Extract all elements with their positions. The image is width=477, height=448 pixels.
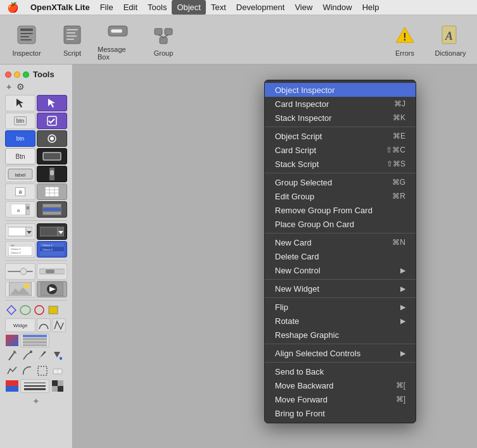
menubar-appname[interactable]: OpenXTalk Lite [25,0,95,15]
tool-widget-label[interactable]: Widge [5,318,35,332]
tool-fill[interactable] [51,349,65,363]
menubar-view[interactable]: View [289,0,317,15]
menu-new-card[interactable]: New Card ⌘N [265,235,416,249]
tools-settings-btn[interactable]: ⚙ [16,82,25,92]
toolbar-group[interactable]: Group [143,18,184,61]
menu-object-script[interactable]: Object Script ⌘E [265,129,416,143]
menu-align-selected[interactable]: Align Selected Controls ▶ [265,346,416,360]
tool-slider-h[interactable] [5,263,35,280]
menu-group-selected[interactable]: Group Selected ⌘G [265,175,416,189]
menu-move-backward[interactable]: Move Backward ⌘[ [265,378,416,392]
menu-reshape-graphic[interactable]: Reshape Graphic [265,328,416,342]
menu-stack-script[interactable]: Stack Script ⇧⌘S [265,157,416,171]
tool-image[interactable] [5,281,35,297]
tool-list[interactable] [37,201,67,218]
tool-checkbox[interactable] [37,113,67,129]
menu-card-inspector[interactable]: Card Inspector ⌘J [265,97,416,111]
tool-player[interactable] [37,281,67,297]
tool-lineweight[interactable] [20,379,49,393]
menu-delete-card[interactable]: Delete Card [265,249,416,263]
menu-bring-to-front[interactable]: Bring to Front [265,406,416,420]
tool-scrollbar-h[interactable] [37,263,67,280]
tool-button2[interactable]: btn [5,130,35,147]
menu-new-widget[interactable]: New Widget ▶ [265,282,416,296]
menu-group-selected-label: Group Selected [275,178,392,187]
tool-button[interactable]: btn [5,113,35,129]
menubar-file[interactable]: File [95,0,118,15]
menu-new-widget-label: New Widget [275,284,400,294]
svg-rect-31 [45,187,59,197]
menu-stack-script-shortcut: ⇧⌘S [386,159,405,168]
menubar-object[interactable]: Object [172,0,206,15]
svg-line-78 [9,351,15,360]
menubar-help[interactable]: Help [357,0,385,15]
tool-color-swatch[interactable] [5,379,19,393]
tool-diamond[interactable] [5,303,18,317]
menu-remove-group[interactable]: Remove Group From Card [265,203,416,217]
tool-listlines[interactable] [20,333,49,347]
tool-rect-yellow[interactable] [47,303,60,317]
tool-pattern[interactable] [51,379,65,393]
toolbar-script[interactable]: Script [52,18,92,61]
tool-pen[interactable] [20,349,34,363]
tool-arc[interactable] [20,364,34,378]
tool-label[interactable]: label [5,166,35,182]
menu-stack-inspector-label: Stack Inspector [275,113,393,123]
tool-listbox-blue[interactable]: Choice 1 Choice 2 [37,241,67,258]
menubar-window[interactable]: Window [317,0,357,15]
tool-btn3d[interactable]: Btn [5,148,35,165]
tool-pencil[interactable] [5,349,19,363]
tool-option-dark[interactable] [37,223,67,240]
tool-scrollfield[interactable]: a [5,201,35,218]
toolbar-messagebox[interactable]: Message Box [98,18,138,61]
svg-rect-11 [111,29,122,33]
tool-polyline[interactable] [5,364,19,378]
toolbar-errors[interactable]: ! Errors [385,18,425,61]
svg-line-16 [163,35,169,37]
menubar-text[interactable]: Text [206,0,231,15]
menu-move-forward[interactable]: Move Forward ⌘] [265,392,416,406]
menu-object-inspector-label: Object Inspector [275,85,405,95]
tool-oval[interactable] [19,303,32,317]
tools-add-btn[interactable]: + [6,82,11,92]
errors-label: Errors [395,49,414,57]
tool-bezier[interactable] [52,318,66,332]
tool-rect-dark[interactable] [37,148,67,165]
tool-star[interactable]: ✦ [32,396,40,406]
window-minimize-btn[interactable] [14,72,20,78]
apple-menu[interactable]: 🍎 [0,2,25,13]
menubar-development[interactable]: Development [231,0,290,15]
window-zoom-btn[interactable] [23,72,29,78]
tool-curve[interactable] [37,318,51,332]
tool-eraser[interactable] [51,364,65,378]
menu-send-to-back[interactable]: Send to Back [265,364,416,378]
tool-scrollbar[interactable] [37,166,67,182]
menu-flip[interactable]: Flip ▶ [265,300,416,314]
window-close-btn[interactable] [5,72,11,78]
toolbar-dictionary[interactable]: A Dictionary [430,18,471,61]
menu-card-script[interactable]: Card Script ⇧⌘C [265,143,416,157]
menubar-edit[interactable]: Edit [118,0,143,15]
menubar-tools[interactable]: Tools [143,0,172,15]
tool-listbox[interactable]: opt Choice 1 Choice 2 [5,241,35,258]
tool-radio[interactable] [37,130,67,147]
menu-object-inspector[interactable]: Object Inspector [265,83,416,97]
tool-pointer-selected[interactable] [37,95,67,111]
menu-card-inspector-label: Card Inspector [275,99,394,109]
tool-arrow[interactable] [5,95,35,111]
menu-new-control[interactable]: New Control ▶ [265,263,416,277]
main-area: Tools + ⚙ btn btn [0,65,477,448]
tool-grid[interactable] [37,184,67,200]
tool-gradient[interactable] [5,333,19,347]
tool-combo[interactable] [5,223,35,240]
menu-edit-group[interactable]: Edit Group ⌘R [265,189,416,203]
menu-place-group[interactable]: Place Group On Card [265,217,416,231]
tool-selection[interactable] [35,364,49,378]
svg-text:A: A [445,30,453,42]
toolbar-inspector[interactable]: Inspector [6,18,47,61]
menu-rotate[interactable]: Rotate ▶ [265,314,416,328]
menu-stack-inspector[interactable]: Stack Inspector ⌘K [265,111,416,125]
tool-circle[interactable] [33,303,46,317]
tool-brush[interactable] [35,349,49,363]
tool-field[interactable]: a [5,184,35,200]
